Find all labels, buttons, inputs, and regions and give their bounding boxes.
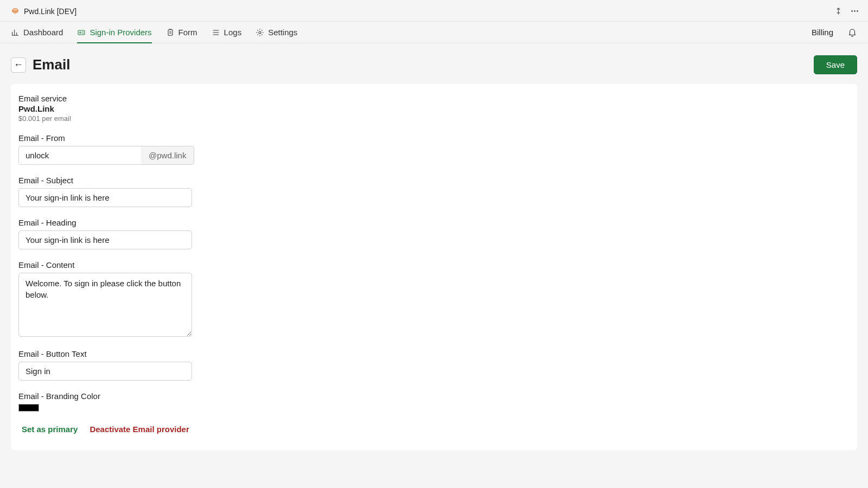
pin-icon[interactable] (834, 7, 843, 15)
svg-point-4 (80, 31, 81, 33)
topbar-left: Pwd.Link [DEV] (11, 7, 76, 16)
clipboard-icon (166, 28, 175, 37)
svg-rect-3 (78, 30, 85, 35)
topbar-right (834, 7, 859, 16)
more-icon[interactable] (850, 7, 859, 16)
field-email-branding-color: Email - Branding Color (18, 391, 850, 412)
settings-card: Email service Pwd.Link $0.001 per email … (11, 84, 857, 450)
arrow-left-icon: ← (14, 59, 23, 70)
service-cost: $0.001 per email (18, 114, 850, 123)
nav-form[interactable]: Form (166, 22, 197, 43)
gear-icon (256, 28, 264, 37)
deactivate-provider-link[interactable]: Deactivate Email provider (90, 425, 189, 434)
set-primary-link[interactable]: Set as primary (22, 425, 78, 434)
brand-fingerprint-icon (11, 7, 20, 16)
notifications-bell-icon[interactable] (847, 22, 857, 43)
input-email-button-text[interactable] (18, 362, 192, 381)
nav-signin-providers[interactable]: Sign-in Providers (77, 22, 151, 43)
page-content: ← Email Save Email service Pwd.Link $0.0… (0, 43, 868, 462)
nav-label: Dashboard (23, 28, 63, 37)
card-actions: Set as primary Deactivate Email provider (18, 425, 850, 434)
field-email-from: Email - From @pwd.link (18, 133, 850, 165)
input-email-from-local[interactable] (18, 146, 141, 165)
nav-label: Form (178, 28, 197, 37)
label-email-branding-color: Email - Branding Color (18, 391, 850, 401)
label-email-button-text: Email - Button Text (18, 349, 850, 358)
service-label: Email service (18, 94, 850, 103)
field-email-button-text: Email - Button Text (18, 349, 850, 381)
id-card-icon (77, 28, 86, 37)
nav-dashboard[interactable]: Dashboard (11, 22, 63, 43)
svg-rect-5 (168, 29, 173, 35)
window-topbar: Pwd.Link [DEV] (0, 0, 868, 22)
label-email-subject: Email - Subject (18, 176, 850, 185)
label-email-heading: Email - Heading (18, 218, 850, 227)
field-email-subject: Email - Subject (18, 176, 850, 207)
email-from-domain-suffix: @pwd.link (141, 146, 194, 165)
field-email-content: Email - Content (18, 260, 850, 338)
svg-point-6 (259, 31, 261, 34)
list-icon (212, 28, 220, 37)
chart-icon (11, 28, 20, 37)
app-title: Pwd.Link [DEV] (24, 7, 76, 16)
label-email-from: Email - From (18, 133, 850, 143)
branding-color-swatch[interactable] (18, 404, 39, 412)
service-name: Pwd.Link (18, 104, 850, 113)
nav-label: Settings (268, 28, 297, 37)
input-email-heading[interactable] (18, 230, 192, 249)
svg-point-0 (851, 10, 853, 12)
svg-point-1 (854, 10, 856, 12)
nav-logs[interactable]: Logs (212, 22, 242, 43)
nav-label: Logs (224, 28, 242, 37)
nav-label: Sign-in Providers (90, 28, 151, 37)
main-navbar: Dashboard Sign-in Providers Form Logs Se… (0, 22, 868, 43)
textarea-email-content[interactable] (18, 273, 192, 337)
nav-settings[interactable]: Settings (256, 22, 297, 43)
back-button[interactable]: ← (11, 57, 26, 73)
page-header: ← Email Save (11, 55, 857, 74)
label-email-content: Email - Content (18, 260, 850, 269)
save-button[interactable]: Save (814, 55, 857, 74)
page-title: Email (33, 56, 807, 73)
nav-billing[interactable]: Billing (812, 22, 833, 43)
field-email-heading: Email - Heading (18, 218, 850, 249)
svg-point-2 (857, 10, 858, 12)
input-email-subject[interactable] (18, 188, 192, 207)
